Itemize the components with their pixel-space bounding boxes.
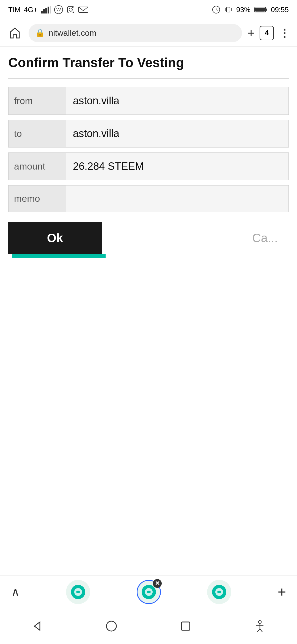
accessibility-icon (253, 619, 267, 633)
svg-point-24 (106, 621, 116, 631)
tab-icon-inner-3 (212, 585, 226, 599)
network-label: 4G+ (24, 6, 38, 14)
tab-count[interactable]: 4 (260, 26, 274, 40)
system-nav (0, 608, 297, 644)
memo-label: memo (9, 185, 66, 212)
to-label: to (9, 120, 66, 147)
svg-text:W: W (56, 7, 61, 12)
svg-line-30 (260, 629, 262, 632)
add-tab-nav-button[interactable]: + (278, 584, 286, 600)
carrier-label: TIM (8, 6, 21, 14)
url-text: nitwallet.com (49, 28, 96, 38)
url-bar[interactable]: 🔒 nitwallet.com (29, 24, 242, 42)
svg-point-26 (258, 621, 261, 623)
signal-icon (41, 6, 51, 13)
status-right: 93% 09:55 (212, 6, 289, 14)
ok-button[interactable]: Ok (8, 222, 102, 254)
svg-point-8 (69, 8, 72, 11)
title-divider (8, 78, 289, 79)
amount-row: amount 26.284 STEEM (8, 152, 289, 180)
svg-rect-2 (45, 8, 47, 13)
page-title: Confirm Transfer To Vesting (8, 55, 289, 70)
svg-line-13 (216, 10, 218, 10)
battery-percent: 93% (236, 6, 251, 14)
bottom-nav: ∧ ✕ + (0, 575, 297, 608)
battery-icon (254, 6, 267, 13)
amount-value: 26.284 STEEM (66, 153, 288, 180)
to-row: to aston.villa (8, 120, 289, 148)
memo-value (66, 185, 288, 212)
add-tab-button[interactable]: + (248, 26, 255, 40)
tab-icon-inner-2 (142, 585, 156, 599)
cancel-button[interactable]: Ca... (241, 222, 289, 254)
home-icon (8, 26, 21, 40)
nav-chevron-up[interactable]: ∧ (11, 585, 20, 599)
home-sys-icon (105, 619, 118, 633)
amount-label: amount (9, 153, 66, 180)
svg-rect-18 (255, 8, 265, 12)
vibrate-icon (224, 6, 232, 14)
tab-icon-2-active[interactable]: ✕ (137, 580, 161, 604)
from-row: from aston.villa (8, 87, 289, 115)
tab-logo-1 (74, 588, 82, 596)
svg-point-9 (72, 7, 73, 8)
svg-rect-0 (41, 11, 43, 13)
tab-icon-1[interactable] (66, 580, 90, 604)
browser-actions: + 4 ⋮ (248, 26, 290, 40)
whatsapp-icon: W (54, 5, 63, 14)
home-sys-button[interactable] (100, 615, 122, 637)
timer-icon (212, 6, 220, 14)
svg-rect-3 (48, 7, 49, 13)
more-menu-button[interactable]: ⋮ (279, 27, 290, 39)
svg-rect-14 (227, 7, 230, 12)
home-button[interactable] (7, 25, 23, 41)
recents-icon (179, 619, 193, 633)
tab-close-badge[interactable]: ✕ (153, 579, 162, 588)
svg-marker-23 (34, 622, 40, 630)
recents-button[interactable] (175, 615, 197, 637)
svg-rect-25 (182, 622, 190, 630)
page-content: Confirm Transfer To Vesting from aston.v… (0, 47, 297, 254)
button-row: Ok Ca... (8, 222, 289, 254)
browser-bar: 🔒 nitwallet.com + 4 ⋮ (0, 19, 297, 47)
from-label: from (9, 87, 66, 114)
status-bar: TIM 4G+ W (0, 0, 297, 19)
accessibility-button[interactable] (249, 615, 271, 637)
memo-row: memo (8, 185, 289, 212)
svg-rect-1 (43, 9, 45, 13)
back-icon (30, 619, 44, 633)
tab-icon-3[interactable] (207, 580, 231, 604)
svg-rect-4 (50, 6, 51, 13)
svg-rect-19 (266, 9, 267, 11)
back-button[interactable] (26, 615, 48, 637)
to-value: aston.villa (66, 120, 288, 147)
gmail-icon (78, 6, 88, 13)
lock-icon: 🔒 (35, 28, 45, 37)
from-value: aston.villa (66, 87, 288, 114)
tab-logo-3 (215, 588, 224, 596)
status-left: TIM 4G+ W (8, 5, 88, 14)
instagram-icon (66, 5, 75, 14)
tab-icon-inner-1 (71, 585, 85, 599)
svg-line-29 (257, 629, 260, 632)
time-label: 09:55 (271, 6, 289, 14)
tab-logo-2 (144, 588, 153, 596)
